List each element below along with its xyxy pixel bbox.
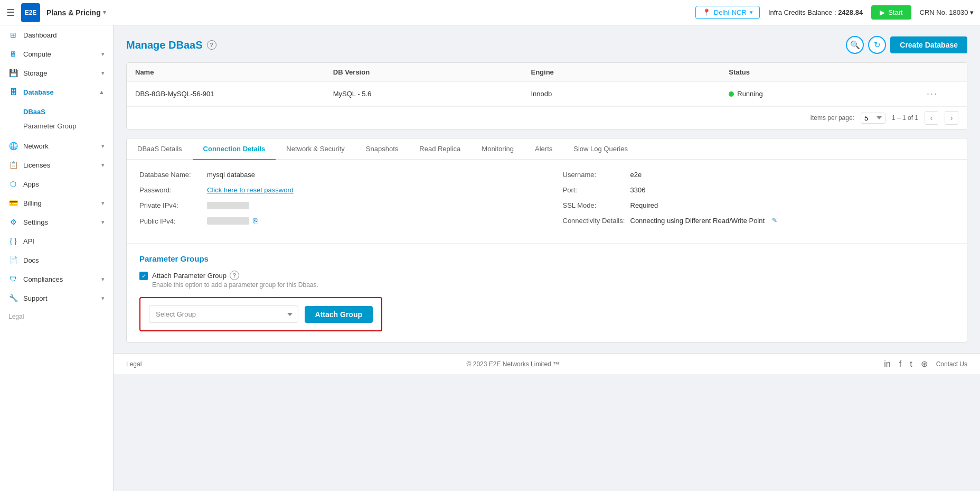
tab-alerts[interactable]: Alerts <box>524 138 563 159</box>
linkedin-icon[interactable]: in <box>884 359 890 369</box>
tab-snapshots[interactable]: Snapshots <box>355 138 409 159</box>
brand-label: Plans & Pricing <box>46 8 101 17</box>
sidebar-item-licenses[interactable]: 📋 Licenses ▾ <box>0 155 113 174</box>
help-icon[interactable]: ? <box>207 40 216 50</box>
topbar-right: 📍 Delhi-NCR ▾ Infra Credits Balance : 24… <box>695 5 974 20</box>
cell-more[interactable]: ··· <box>927 88 958 99</box>
attach-param-hint: Enable this option to add a parameter gr… <box>152 281 318 289</box>
infra-credits-display: Infra Credits Balance : 2428.84 <box>768 8 863 16</box>
sidebar-item-storage[interactable]: 💾 Storage ▾ <box>0 63 113 82</box>
sidebar-item-dashboard[interactable]: ⊞ Dashboard <box>0 25 113 44</box>
cell-engine: Innodb <box>531 90 729 98</box>
twitter-icon[interactable]: t <box>910 359 912 369</box>
refresh-button[interactable]: ↻ <box>868 36 886 54</box>
footer-legal[interactable]: Legal <box>126 360 142 368</box>
private-ipv4-value <box>207 202 249 209</box>
storage-icon: 💾 <box>8 69 18 77</box>
settings-chevron-icon: ▾ <box>101 219 105 226</box>
rss-icon[interactable]: ⊛ <box>921 359 928 369</box>
tab-read-replica[interactable]: Read Replica <box>409 138 471 159</box>
network-chevron-icon: ▾ <box>101 143 105 150</box>
sidebar-item-compliances[interactable]: 🛡 Compliances ▾ <box>0 270 113 289</box>
footer-copyright: © 2023 E2E Networks Limited ™ <box>467 360 560 368</box>
region-label: Delhi-NCR <box>714 8 747 16</box>
crn-label: CRN No. 18030 <box>920 8 968 16</box>
db-name-label: Database Name: <box>139 171 203 179</box>
apps-icon: ⬡ <box>8 180 18 188</box>
compliances-chevron-icon: ▾ <box>101 276 105 283</box>
db-name-value: mysql database <box>207 171 255 179</box>
search-button[interactable]: 🔍 <box>846 36 864 54</box>
topbar-left: ☰ E2E Plans & Pricing ▾ <box>6 3 106 22</box>
tab-network-security[interactable]: Network & Security <box>276 138 355 159</box>
attach-param-checkbox[interactable] <box>139 272 148 280</box>
tab-dbaas-details[interactable]: DBaaS Details <box>127 138 193 159</box>
licenses-chevron-icon: ▾ <box>101 162 105 169</box>
billing-icon: 💳 <box>8 199 18 207</box>
sidebar-item-billing[interactable]: 💳 Billing ▾ <box>0 193 113 212</box>
sidebar-item-compute[interactable]: 🖥 Compute ▾ <box>0 44 113 63</box>
table-row: DBS-8GB-MySQL-56-901 MySQL - 5.6 Innodb … <box>127 82 967 106</box>
region-selector[interactable]: 📍 Delhi-NCR ▾ <box>695 6 760 19</box>
sidebar-item-api[interactable]: { } API <box>0 231 113 251</box>
sidebar-item-apps[interactable]: ⬡ Apps <box>0 174 113 193</box>
attach-group-button[interactable]: Attach Group <box>305 306 373 323</box>
create-database-button[interactable]: Create Database <box>890 36 967 53</box>
sidebar-item-support[interactable]: 🔧 Support ▾ <box>0 289 113 308</box>
page-actions: 🔍 ↻ Create Database <box>846 36 967 54</box>
legal-link[interactable]: Legal <box>0 308 113 326</box>
sidebar-item-docs[interactable]: 📄 Docs <box>0 251 113 270</box>
sidebar-label-dashboard: Dashboard <box>23 31 57 39</box>
sidebar-label-compute: Compute <box>23 50 51 58</box>
footer: Legal © 2023 E2E Networks Limited ™ in f… <box>114 353 980 374</box>
region-pin-icon: 📍 <box>702 8 711 16</box>
brand-selector[interactable]: Plans & Pricing ▾ <box>46 8 106 17</box>
topbar: ☰ E2E Plans & Pricing ▾ 📍 Delhi-NCR ▾ In… <box>0 0 980 25</box>
copy-ipv4-icon[interactable]: ⎘ <box>253 217 258 225</box>
footer-right: in f t ⊛ Contact Us <box>884 359 967 369</box>
page-title: Manage DBaaS ? <box>126 39 216 51</box>
page-range: 1 – 1 of 1 <box>892 114 918 122</box>
sidebar-item-network[interactable]: 🌐 Network ▾ <box>0 136 113 155</box>
contact-us-link[interactable]: Contact Us <box>936 360 967 368</box>
tabs-bar: DBaaS Details Connection Details Network… <box>127 138 967 160</box>
more-options-icon[interactable]: ··· <box>927 88 938 99</box>
next-page-button[interactable]: › <box>945 111 958 125</box>
attach-param-label: Attach Parameter Group <box>152 272 227 280</box>
sidebar-label-network: Network <box>23 142 49 150</box>
settings-icon: ⚙ <box>8 218 18 226</box>
tab-monitoring[interactable]: Monitoring <box>471 138 524 159</box>
sidebar-item-dbaas[interactable]: DBaaS <box>23 105 113 119</box>
compliances-icon: 🛡 <box>8 275 18 283</box>
connection-left-col: Database Name: mysql database Password: … <box>139 171 531 233</box>
crn-selector[interactable]: CRN No. 18030 ▾ <box>920 8 974 16</box>
param-group-help-icon[interactable]: ? <box>230 271 239 280</box>
facebook-icon[interactable]: f <box>899 359 901 369</box>
prev-page-button[interactable]: ‹ <box>925 111 938 125</box>
select-group-dropdown[interactable]: Select Group <box>149 305 298 323</box>
detail-panel: DBaaS Details Connection Details Network… <box>126 138 967 342</box>
per-page-select[interactable]: 5 10 25 <box>861 113 885 124</box>
tab-connection-details[interactable]: Connection Details <box>193 138 276 160</box>
support-icon: 🔧 <box>8 294 18 302</box>
sidebar-label-licenses: Licenses <box>23 161 50 169</box>
tab-slow-log[interactable]: Slow Log Queries <box>563 138 638 159</box>
password-reset-link[interactable]: Click here to reset password <box>207 186 294 194</box>
sidebar-item-settings[interactable]: ⚙ Settings ▾ <box>0 212 113 231</box>
page-header: Manage DBaaS ? 🔍 ↻ Create Database <box>126 36 967 54</box>
port-label: Port: <box>563 186 626 194</box>
col-actions <box>927 68 958 76</box>
sidebar-item-database[interactable]: 🗄 Database ▲ <box>0 82 113 101</box>
brand-chevron-icon: ▾ <box>103 9 106 16</box>
per-page-label: Items per page: <box>811 114 854 122</box>
edit-connectivity-icon[interactable]: ✎ <box>772 217 777 224</box>
ssl-mode-label: SSL Mode: <box>563 201 626 209</box>
main-content: Manage DBaaS ? 🔍 ↻ Create Database Name … <box>114 25 980 491</box>
dbaas-table: Name DB Version Engine Status DBS-8GB-My… <box>126 62 967 129</box>
start-button[interactable]: ▶ Start <box>871 5 911 20</box>
sidebar: ⊞ Dashboard 🖥 Compute ▾ 💾 Storage ▾ 🗄 Da… <box>0 25 114 491</box>
hamburger-icon[interactable]: ☰ <box>6 7 15 18</box>
parameter-groups-section: Parameter Groups Attach Parameter Group … <box>127 243 967 342</box>
col-engine: Engine <box>531 68 729 76</box>
sidebar-item-parameter-group[interactable]: Parameter Group <box>23 119 113 133</box>
